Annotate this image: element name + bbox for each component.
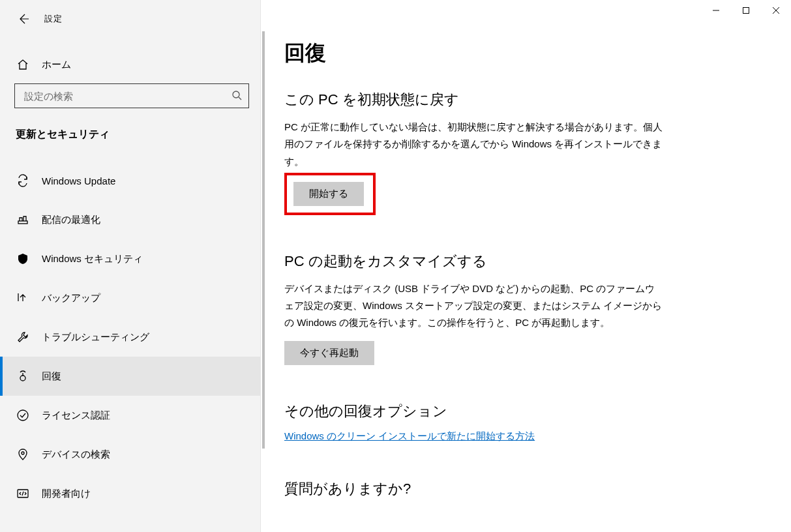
svg-point-0 bbox=[233, 91, 239, 98]
search-field[interactable] bbox=[24, 91, 231, 102]
sidebar-item-label: Windows セキュリティ bbox=[42, 253, 143, 265]
search-icon bbox=[231, 90, 242, 102]
sidebar-item-backup[interactable]: バックアップ bbox=[0, 278, 260, 318]
section-heading: この PC を初期状態に戻す bbox=[284, 90, 768, 110]
svg-point-3 bbox=[18, 410, 28, 421]
sidebar-item-label: バックアップ bbox=[42, 292, 100, 304]
close-button[interactable] bbox=[761, 0, 791, 21]
sidebar-item-find-my-device[interactable]: デバイスの検索 bbox=[0, 435, 260, 474]
location-icon bbox=[16, 447, 30, 462]
sidebar-item-troubleshoot[interactable]: トラブルシューティング bbox=[0, 318, 260, 357]
content: 回復 この PC を初期状態に戻す PC が正常に動作していない場合は、初期状態… bbox=[261, 0, 791, 532]
home-icon bbox=[16, 57, 30, 72]
category-title: 更新とセキュリティ bbox=[0, 108, 260, 148]
shield-icon bbox=[16, 252, 30, 266]
home-label: ホーム bbox=[42, 59, 71, 71]
sidebar-item-label: Windows Update bbox=[42, 175, 115, 186]
svg-point-4 bbox=[22, 452, 24, 454]
highlight-annotation: 開始する bbox=[284, 173, 376, 215]
sidebar-item-label: 開発者向け bbox=[42, 488, 91, 500]
sidebar-item-label: ライセンス認証 bbox=[42, 409, 110, 422]
sidebar-item-label: 回復 bbox=[42, 370, 61, 383]
sidebar-item-windows-security[interactable]: Windows セキュリティ bbox=[0, 239, 260, 278]
back-button[interactable] bbox=[16, 11, 31, 27]
check-circle-icon bbox=[16, 408, 30, 422]
svg-point-2 bbox=[20, 376, 25, 381]
svg-rect-1 bbox=[18, 221, 27, 224]
delivery-icon bbox=[16, 213, 30, 227]
sidebar: 設定 ホーム 更新とセキュリティ Windows Update bbox=[0, 0, 261, 532]
app-title: 設定 bbox=[44, 13, 63, 25]
code-icon bbox=[16, 486, 30, 501]
section-reset: この PC を初期状態に戻す PC が正常に動作していない場合は、初期状態に戻す… bbox=[284, 90, 768, 215]
fresh-start-link[interactable]: Windows のクリーン インストールで新たに開始する方法 bbox=[284, 430, 535, 441]
section-advanced-startup: PC の起動をカスタマイズする デバイスまたはディスク (USB ドライブや D… bbox=[284, 252, 768, 365]
page-title: 回復 bbox=[284, 39, 768, 68]
section-heading: その他の回復オプション bbox=[284, 402, 768, 421]
sidebar-item-for-developers[interactable]: 開発者向け bbox=[0, 474, 260, 513]
wrench-icon bbox=[16, 330, 30, 344]
section-more-options: その他の回復オプション Windows のクリーン インストールで新たに開始する… bbox=[284, 402, 768, 443]
sync-icon bbox=[16, 173, 30, 188]
section-body: PC が正常に動作していない場合は、初期状態に戻すと解決する場合があります。個人… bbox=[284, 119, 663, 170]
recovery-icon bbox=[16, 369, 30, 383]
home-button[interactable]: ホーム bbox=[0, 51, 260, 78]
window-controls bbox=[701, 0, 791, 21]
section-questions: 質問がありますか? bbox=[284, 479, 768, 499]
section-body: デバイスまたはディスク (USB ドライブや DVD など) からの起動、PC … bbox=[284, 280, 663, 332]
minimize-button[interactable] bbox=[701, 0, 731, 21]
section-heading: PC の起動をカスタマイズする bbox=[284, 252, 768, 271]
svg-rect-6 bbox=[743, 8, 749, 14]
nav-list: Windows Update 配信の最適化 Windows セキュリティ バック… bbox=[0, 161, 260, 513]
section-heading: 質問がありますか? bbox=[284, 479, 768, 499]
sidebar-item-label: トラブルシューティング bbox=[42, 331, 149, 344]
sidebar-item-delivery-optimization[interactable]: 配信の最適化 bbox=[0, 200, 260, 239]
backup-icon bbox=[16, 291, 30, 305]
sidebar-item-activation[interactable]: ライセンス認証 bbox=[0, 396, 260, 435]
search-input[interactable] bbox=[14, 83, 249, 108]
sidebar-item-label: 配信の最適化 bbox=[42, 214, 100, 226]
sidebar-item-windows-update[interactable]: Windows Update bbox=[0, 161, 260, 200]
maximize-button[interactable] bbox=[731, 0, 761, 21]
reset-start-button[interactable]: 開始する bbox=[293, 182, 364, 206]
sidebar-item-label: デバイスの検索 bbox=[42, 449, 110, 461]
restart-now-button[interactable]: 今すぐ再起動 bbox=[284, 341, 374, 365]
sidebar-item-recovery[interactable]: 回復 bbox=[0, 357, 260, 396]
